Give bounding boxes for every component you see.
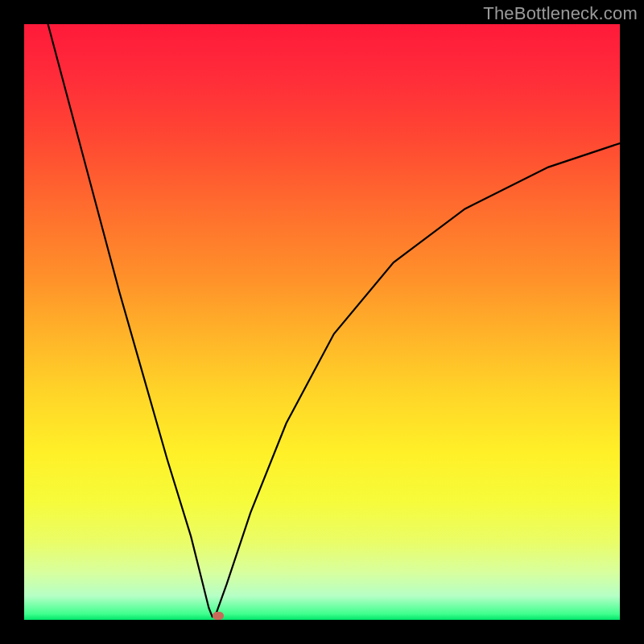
- bottleneck-marker: [213, 612, 224, 620]
- plot-area: [24, 24, 620, 620]
- curve-svg: [24, 24, 620, 620]
- curve-right: [216, 143, 620, 614]
- watermark-text: TheBottleneck.com: [483, 3, 638, 24]
- curve-left: [48, 24, 213, 617]
- chart-frame: TheBottleneck.com: [0, 0, 644, 644]
